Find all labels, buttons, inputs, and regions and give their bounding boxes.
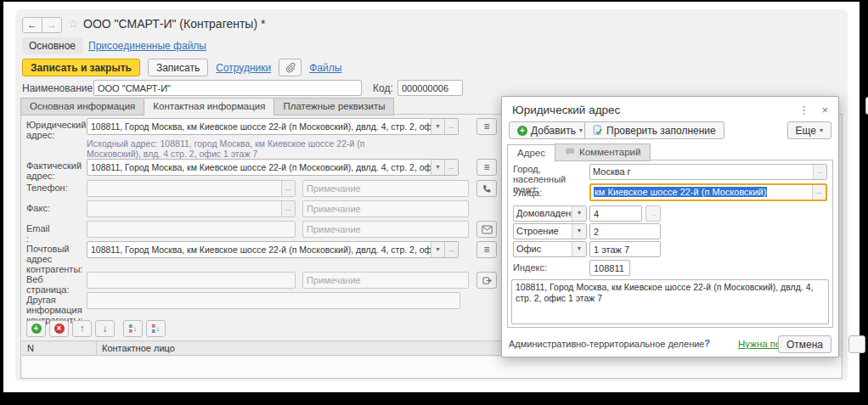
fax-ellipsis-icon[interactable]: ... — [281, 201, 295, 217]
section-tab-main[interactable]: Основное — [22, 37, 82, 54]
dialog-close-icon[interactable]: × — [821, 104, 828, 116]
tab-payment[interactable]: Платежные реквизиты — [273, 98, 394, 115]
section-link-attached-files[interactable]: Присоединенные файлы — [88, 40, 206, 52]
house-ellipsis-button[interactable]: ... — [645, 205, 661, 222]
tab-main-info[interactable]: Основная информация — [20, 98, 144, 115]
contact-sort-asc-button[interactable]: ая↓ — [123, 320, 143, 337]
postcode-label: Индекс: — [513, 262, 586, 273]
add-icon: + — [517, 126, 527, 136]
office-number-input[interactable] — [589, 241, 661, 257]
street-value: км Киевское шоссе 22-й (п Московский) — [591, 185, 812, 200]
dialog-tab-address[interactable]: Адрес — [507, 144, 555, 162]
building-type-dropdown-icon[interactable]: ▾ — [572, 224, 586, 239]
web-label: Веб страница: — [26, 274, 84, 295]
envelope-icon — [482, 225, 493, 234]
fax-input[interactable]: ... — [87, 200, 296, 217]
help-question-icon[interactable]: ? — [704, 338, 710, 348]
arrow-down-icon: ↓ — [103, 323, 108, 335]
contact-add-button[interactable]: + — [26, 320, 46, 337]
check-label: Проверить заполнение — [606, 125, 716, 137]
legal-address-note-button[interactable]: ≡ — [476, 118, 497, 135]
legal-address-label: Юридический адрес: — [26, 120, 84, 140]
actual-address-dropdown-icon[interactable]: ▾ — [431, 160, 444, 175]
dialog-tab-comment[interactable]: Комментарий — [555, 143, 651, 161]
comment-bubble-icon — [565, 148, 575, 156]
phone-input[interactable]: ... — [87, 180, 296, 197]
postal-address-note-button[interactable]: ≡ — [476, 241, 497, 258]
arrow-up-icon: ↑ — [80, 323, 85, 335]
email-action-button[interactable] — [476, 221, 497, 238]
name-input[interactable] — [93, 80, 362, 96]
contact-delete-button[interactable]: × — [49, 320, 69, 337]
building-number-input[interactable] — [589, 223, 661, 239]
contact-move-up-button[interactable]: ↑ — [72, 320, 92, 337]
city-ellipsis-icon[interactable]: ... — [813, 165, 826, 179]
favorite-star-icon[interactable]: ☆ — [68, 17, 79, 31]
postal-address-combo[interactable]: 108811, Город Москва, км Киевское шоссе … — [87, 241, 459, 258]
save-close-button[interactable]: Записать и закрыть — [22, 59, 140, 76]
dialog-menu-icon[interactable]: ⋮ — [798, 104, 809, 116]
postal-address-ellipsis-icon[interactable]: ... — [444, 242, 458, 257]
phone-value — [87, 181, 281, 196]
dialog-more-button[interactable]: Еще ▾ — [787, 121, 831, 139]
code-input[interactable] — [397, 80, 463, 96]
attach-button[interactable] — [279, 59, 302, 76]
phone-action-button[interactable] — [476, 180, 497, 197]
full-address-textarea[interactable]: 108811, Город Москва, км Киевское шоссе … — [511, 279, 829, 324]
fax-note-input[interactable] — [302, 200, 469, 217]
house-type-dropdown-icon[interactable]: ▾ — [572, 206, 586, 221]
dropdown-icon: ▾ — [579, 127, 583, 134]
dialog-cancel-button[interactable]: Отмена — [778, 335, 831, 353]
employees-link[interactable]: Сотрудники — [216, 62, 271, 74]
contact-sort-desc-button[interactable]: яа↓ — [146, 320, 166, 337]
add-icon: + — [31, 323, 42, 334]
check-fill-icon — [593, 125, 603, 136]
other-info-input[interactable] — [87, 292, 460, 309]
forward-button[interactable]: → — [42, 17, 62, 33]
screenshot-root: ←→ ☆ ООО "СМАРТ-И" (Контрагенты) * Основ… — [0, 0, 868, 405]
street-input[interactable]: км Киевское шоссе 22-й (п Московский) ..… — [589, 183, 827, 201]
office-type-dropdown-icon[interactable]: ▾ — [572, 242, 586, 256]
column-number[interactable]: N — [22, 341, 97, 355]
dialog-cancel-button-placeholder — [848, 335, 865, 353]
house-number-input[interactable] — [589, 205, 642, 222]
contact-move-down-button[interactable]: ↓ — [95, 320, 115, 337]
back-button[interactable]: ← — [22, 17, 42, 33]
legal-address-combo[interactable]: 108811, Город Москва, км Киевское шоссе … — [87, 118, 459, 135]
sort-asc-icon: ая — [129, 323, 132, 334]
street-selected-text: км Киевское шоссе 22-й (п Московский) — [594, 187, 767, 197]
lines-icon: ≡ — [483, 244, 489, 256]
phone-ellipsis-icon[interactable]: ... — [281, 181, 295, 196]
dialog-add-button[interactable]: + Добавить ▾ — [509, 121, 591, 139]
postcode-input[interactable] — [589, 260, 630, 276]
actual-address-ellipsis-icon[interactable]: ... — [444, 160, 458, 175]
more-label: Еще — [796, 125, 816, 137]
street-ellipsis-icon[interactable]: ... — [812, 185, 826, 200]
back-icon: ← — [27, 19, 37, 31]
city-input[interactable]: Москва г ... — [589, 164, 827, 180]
office-type-select[interactable]: Офис ▾ — [513, 241, 587, 257]
building-type-select[interactable]: Строение ▾ — [513, 223, 587, 239]
email-input[interactable] — [87, 221, 296, 238]
dialog-check-button[interactable]: Проверить заполнение — [584, 121, 724, 139]
save-button[interactable]: Записать — [148, 59, 208, 76]
actual-address-note-button[interactable]: ≡ — [476, 159, 497, 176]
admin-division-link[interactable]: Административно-территориальное деление — [509, 339, 704, 349]
legal-address-ellipsis-icon[interactable]: ... — [444, 119, 458, 134]
contacts-table-body[interactable] — [22, 357, 841, 378]
command-bar: Записать и закрыть Записать Сотрудники Ф… — [22, 59, 341, 76]
actual-address-combo[interactable]: 108811, Город Москва, км Киевское шоссе … — [87, 159, 459, 176]
web-input[interactable] — [87, 272, 296, 289]
postal-address-dropdown-icon[interactable]: ▾ — [431, 242, 444, 257]
save-close-label: Записать и закрыть — [31, 62, 132, 74]
phone-note-input[interactable] — [302, 180, 469, 197]
tab-comment-label: Комментарий — [579, 147, 640, 157]
tab-contact-info[interactable]: Контактная информация — [144, 98, 274, 115]
web-note-input[interactable] — [302, 272, 469, 289]
legal-address-dropdown-icon[interactable]: ▾ — [431, 119, 444, 134]
email-note-input[interactable] — [302, 221, 469, 238]
web-action-button[interactable] — [476, 272, 497, 289]
window-title: ООО "СМАРТ-И" (Контрагенты) * — [83, 17, 265, 31]
house-type-select[interactable]: Домовладение ▾ — [513, 205, 587, 222]
files-link[interactable]: Файлы — [309, 62, 341, 74]
